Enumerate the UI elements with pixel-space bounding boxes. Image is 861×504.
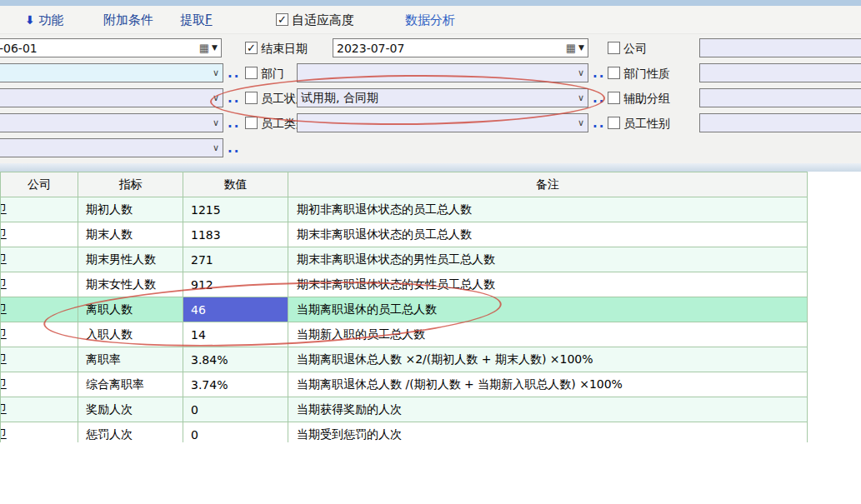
browse-dots-button[interactable]: ..: [228, 66, 240, 81]
table-row[interactable]: 卫 期初人数 1215 期初非离职退休状态的员工总人数: [1, 197, 808, 222]
indicator-cell[interactable]: 入职人数: [78, 322, 183, 347]
table-row[interactable]: 卫 奖励人次 0 当期获得奖励的人次: [1, 397, 808, 422]
remark-cell[interactable]: 当期离职退休的员工总人数: [288, 297, 808, 322]
value-cell[interactable]: 912: [183, 272, 288, 297]
indicator-cell[interactable]: 奖励人次: [78, 397, 183, 422]
emp-category-checkbox[interactable]: [245, 117, 258, 129]
table-row[interactable]: 卫 期末男性人数 271 期末非离职退休状态的男性员工总人数: [1, 247, 808, 272]
extract-button[interactable]: 提取F: [180, 12, 213, 28]
table-row[interactable]: 卫 综合离职率 3.74% 当期离职退休总人数 /(期初人数 + 当期新入职总人…: [1, 372, 808, 397]
results-table: 公司 指标 数值 备注 卫 期初人数 1215 期初非离职退休状态的员工总人数 …: [0, 172, 808, 442]
filter-combo-4[interactable]: ∨: [0, 138, 223, 157]
remark-cell[interactable]: 当期新入职的员工总人数: [288, 322, 808, 347]
emp-gender-checkbox[interactable]: [608, 117, 620, 129]
end-date-field[interactable]: 2023-07-07 ▦ ▼: [333, 38, 588, 57]
remark-cell[interactable]: 当期离职退休总人数 ×2/(期初人数 + 期末人数) ×100%: [288, 347, 808, 372]
autoheight-checkbox[interactable]: ✓: [276, 13, 288, 26]
hr-report-window: ⬇ 功能 附加条件 提取F ✓ 自适应高度 数据分析 -06-01 ▦ ▼ ✓ …: [0, 0, 861, 504]
selected-value-cell[interactable]: 46: [183, 297, 288, 322]
company-cell: 卫: [1, 427, 7, 442]
filter-combo-3[interactable]: ∨: [0, 113, 223, 132]
indicator-cell[interactable]: 期末男性人数: [78, 247, 183, 272]
company-input[interactable]: [699, 38, 861, 57]
company-checkbox[interactable]: [608, 42, 620, 54]
browse-dots-button[interactable]: ..: [228, 116, 240, 131]
value-cell[interactable]: 0: [183, 422, 288, 442]
browse-dots-button[interactable]: ..: [593, 66, 605, 81]
emp-status-combo[interactable]: 试用期, 合同期 ∨: [297, 88, 588, 107]
dept-combo[interactable]: ∨: [297, 63, 588, 82]
col-header-company[interactable]: 公司: [1, 172, 78, 197]
remark-cell[interactable]: 期末非离职退休状态的女性员工总人数: [288, 272, 808, 297]
value-cell[interactable]: 1215: [183, 197, 288, 222]
col-header-indicator[interactable]: 指标: [78, 172, 183, 197]
start-date-field[interactable]: -06-01 ▦ ▼: [0, 38, 222, 57]
indicator-cell[interactable]: 期初人数: [78, 197, 183, 222]
value-cell[interactable]: 14: [183, 322, 288, 347]
calendar-icon[interactable]: ▦: [566, 42, 576, 53]
value-cell[interactable]: 3.74%: [183, 372, 288, 397]
remark-cell[interactable]: 当期受到惩罚的人次: [288, 422, 808, 442]
remark-cell[interactable]: 当期离职退休总人数 /(期初人数 + 当期新入职总人数) ×100%: [288, 372, 808, 397]
chevron-down-icon[interactable]: ∨: [578, 68, 584, 77]
indicator-cell[interactable]: 惩罚人次: [78, 422, 183, 442]
remark-cell[interactable]: 当期获得奖励的人次: [288, 397, 808, 422]
chevron-down-icon[interactable]: ∨: [213, 68, 219, 77]
company-label: 公司: [623, 42, 647, 57]
chevron-down-icon[interactable]: ∨: [578, 93, 584, 102]
browse-dots-button[interactable]: ..: [228, 91, 240, 106]
function-menu-button[interactable]: ⬇ 功能: [25, 12, 64, 28]
value-cell[interactable]: 0: [183, 397, 288, 422]
emp-status-checkbox[interactable]: [245, 92, 258, 104]
dropdown-arrow-icon[interactable]: ▼: [578, 44, 584, 52]
filter-combo-2[interactable]: ∨: [0, 88, 223, 107]
aux-group-input[interactable]: [699, 88, 861, 107]
company-cell: 卫: [1, 352, 7, 367]
table-row[interactable]: 卫 离职率 3.84% 当期离职退休总人数 ×2/(期初人数 + 期末人数) ×…: [1, 347, 808, 372]
table-row[interactable]: 卫 期末人数 1183 期末非离职退休状态的员工总人数: [1, 222, 808, 247]
value-cell[interactable]: 3.84%: [183, 347, 288, 372]
col-header-remark[interactable]: 备注: [288, 172, 808, 197]
table-row-selected[interactable]: 卫 离职人数 46 当期离职退休的员工总人数: [1, 297, 808, 322]
calendar-icon[interactable]: ▦: [199, 42, 209, 53]
indicator-cell[interactable]: 期末女性人数: [78, 272, 183, 297]
dept-nature-input[interactable]: [699, 63, 861, 82]
emp-gender-label: 员工性别: [623, 117, 670, 132]
start-date-value: -06-01: [0, 42, 199, 55]
table-row[interactable]: 卫 入职人数 14 当期新入职的员工总人数: [1, 322, 808, 347]
down-arrow-icon: ⬇: [25, 13, 35, 27]
chevron-down-icon[interactable]: ∨: [213, 143, 219, 152]
extract-hotkey: F: [205, 12, 213, 27]
autoheight-label: 自适应高度: [292, 12, 354, 28]
extract-label: 提取: [180, 12, 205, 27]
remark-cell[interactable]: 期末非离职退休状态的员工总人数: [288, 222, 808, 247]
dept-nature-checkbox[interactable]: [608, 67, 620, 79]
dropdown-arrow-icon[interactable]: ▼: [212, 44, 218, 52]
chevron-down-icon[interactable]: ∨: [213, 118, 219, 127]
browse-dots-button[interactable]: ..: [228, 141, 240, 156]
emp-category-combo[interactable]: ∨: [297, 113, 588, 132]
end-date-checkbox[interactable]: ✓: [245, 42, 258, 54]
indicator-cell[interactable]: 期末人数: [78, 222, 183, 247]
col-header-value[interactable]: 数值: [183, 172, 288, 197]
browse-dots-button[interactable]: ..: [593, 91, 605, 106]
indicator-cell[interactable]: 离职率: [78, 347, 183, 372]
indicator-cell[interactable]: 综合离职率: [78, 372, 183, 397]
indicator-cell[interactable]: 离职人数: [78, 297, 183, 322]
company-cell: 卫: [1, 227, 7, 242]
browse-dots-button[interactable]: ..: [593, 116, 605, 131]
value-cell[interactable]: 1183: [183, 222, 288, 247]
value-cell[interactable]: 271: [183, 247, 288, 272]
aux-group-checkbox[interactable]: [608, 92, 620, 104]
dept-checkbox[interactable]: [245, 67, 258, 79]
remark-cell[interactable]: 期末非离职退休状态的男性员工总人数: [288, 247, 808, 272]
filter-combo-1[interactable]: ∨: [0, 63, 223, 82]
data-analysis-button[interactable]: 数据分析: [405, 12, 455, 28]
emp-gender-input[interactable]: [699, 113, 861, 132]
table-row[interactable]: 卫 期末女性人数 912 期末非离职退休状态的女性员工总人数: [1, 272, 808, 297]
chevron-down-icon[interactable]: ∨: [213, 93, 219, 102]
additional-conditions-button[interactable]: 附加条件: [103, 12, 153, 28]
remark-cell[interactable]: 期初非离职退休状态的员工总人数: [288, 197, 808, 222]
chevron-down-icon[interactable]: ∨: [578, 118, 584, 127]
table-row[interactable]: 卫 惩罚人次 0 当期受到惩罚的人次: [1, 422, 808, 442]
